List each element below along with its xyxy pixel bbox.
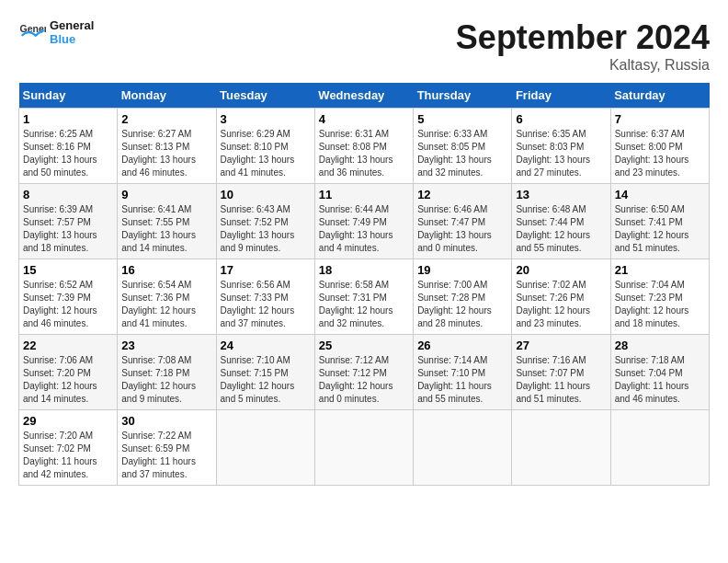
day-number: 3 bbox=[221, 112, 311, 126]
logo: General General Blue bbox=[18, 18, 94, 46]
day-number: 11 bbox=[319, 188, 409, 201]
day-info: Sunrise: 6:43 AMSunset: 7:52 PMDaylight:… bbox=[221, 204, 295, 253]
column-header-sunday: Sunday bbox=[19, 83, 118, 109]
calendar-cell: 24 Sunrise: 7:10 AMSunset: 7:15 PMDaylig… bbox=[216, 335, 314, 410]
calendar-cell bbox=[512, 410, 610, 486]
day-info: Sunrise: 6:44 AMSunset: 7:49 PMDaylight:… bbox=[319, 204, 393, 253]
day-number: 7 bbox=[615, 112, 705, 126]
column-header-monday: Monday bbox=[118, 83, 216, 109]
title-area: September 2024 Kaltasy, Russia bbox=[456, 18, 710, 74]
calendar-week-row: 1 Sunrise: 6:25 AMSunset: 8:16 PMDayligh… bbox=[19, 109, 710, 184]
calendar-cell: 8 Sunrise: 6:39 AMSunset: 7:57 PMDayligh… bbox=[19, 184, 118, 259]
day-number: 25 bbox=[319, 339, 409, 352]
calendar-cell: 2 Sunrise: 6:27 AMSunset: 8:13 PMDayligh… bbox=[118, 109, 216, 184]
day-info: Sunrise: 6:31 AMSunset: 8:08 PMDaylight:… bbox=[319, 129, 393, 178]
day-number: 12 bbox=[417, 188, 507, 201]
day-number: 27 bbox=[516, 339, 606, 352]
day-number: 17 bbox=[221, 263, 311, 277]
day-number: 28 bbox=[615, 339, 705, 352]
day-number: 22 bbox=[23, 339, 113, 352]
calendar-cell: 15 Sunrise: 6:52 AMSunset: 7:39 PMDaylig… bbox=[19, 259, 118, 335]
day-info: Sunrise: 7:14 AMSunset: 7:10 PMDaylight:… bbox=[417, 355, 492, 404]
day-info: Sunrise: 6:52 AMSunset: 7:39 PMDaylight:… bbox=[23, 280, 97, 328]
calendar-cell bbox=[216, 410, 314, 486]
calendar-cell: 27 Sunrise: 7:16 AMSunset: 7:07 PMDaylig… bbox=[512, 335, 610, 410]
day-info: Sunrise: 6:50 AMSunset: 7:41 PMDaylight:… bbox=[615, 204, 689, 253]
calendar-cell bbox=[314, 410, 413, 486]
day-info: Sunrise: 6:35 AMSunset: 8:03 PMDaylight:… bbox=[516, 129, 590, 178]
calendar-cell: 10 Sunrise: 6:43 AMSunset: 7:52 PMDaylig… bbox=[216, 184, 314, 259]
column-header-saturday: Saturday bbox=[610, 83, 709, 109]
day-number: 14 bbox=[615, 188, 705, 201]
calendar-cell: 12 Sunrise: 6:46 AMSunset: 7:47 PMDaylig… bbox=[414, 184, 512, 259]
day-number: 15 bbox=[23, 263, 113, 277]
day-number: 2 bbox=[121, 112, 211, 126]
day-info: Sunrise: 6:48 AMSunset: 7:44 PMDaylight:… bbox=[516, 204, 590, 253]
day-info: Sunrise: 7:08 AMSunset: 7:18 PMDaylight:… bbox=[121, 355, 196, 404]
calendar-cell: 29 Sunrise: 7:20 AMSunset: 7:02 PMDaylig… bbox=[19, 410, 118, 486]
day-number: 1 bbox=[23, 112, 113, 126]
logo-icon: General bbox=[18, 18, 46, 46]
day-number: 29 bbox=[23, 414, 113, 428]
calendar-cell: 18 Sunrise: 6:58 AMSunset: 7:31 PMDaylig… bbox=[314, 259, 413, 335]
calendar-table: SundayMondayTuesdayWednesdayThursdayFrid… bbox=[18, 83, 710, 486]
calendar-cell: 16 Sunrise: 6:54 AMSunset: 7:36 PMDaylig… bbox=[118, 259, 216, 335]
calendar-week-row: 22 Sunrise: 7:06 AMSunset: 7:20 PMDaylig… bbox=[19, 335, 710, 410]
day-number: 23 bbox=[121, 339, 211, 352]
day-number: 9 bbox=[121, 188, 211, 201]
calendar-cell: 4 Sunrise: 6:31 AMSunset: 8:08 PMDayligh… bbox=[314, 109, 413, 184]
day-number: 19 bbox=[417, 263, 507, 277]
day-info: Sunrise: 7:12 AMSunset: 7:12 PMDaylight:… bbox=[319, 355, 393, 404]
calendar-cell: 23 Sunrise: 7:08 AMSunset: 7:18 PMDaylig… bbox=[118, 335, 216, 410]
day-info: Sunrise: 7:02 AMSunset: 7:26 PMDaylight:… bbox=[516, 280, 590, 328]
day-info: Sunrise: 7:10 AMSunset: 7:15 PMDaylight:… bbox=[221, 355, 295, 404]
day-info: Sunrise: 6:29 AMSunset: 8:10 PMDaylight:… bbox=[221, 129, 295, 178]
day-number: 20 bbox=[516, 263, 606, 277]
day-number: 18 bbox=[319, 263, 409, 277]
day-info: Sunrise: 7:06 AMSunset: 7:20 PMDaylight:… bbox=[23, 355, 97, 404]
day-info: Sunrise: 7:18 AMSunset: 7:04 PMDaylight:… bbox=[615, 355, 689, 404]
calendar-cell: 26 Sunrise: 7:14 AMSunset: 7:10 PMDaylig… bbox=[414, 335, 512, 410]
day-number: 16 bbox=[121, 263, 211, 277]
day-number: 21 bbox=[615, 263, 705, 277]
day-number: 4 bbox=[319, 112, 409, 126]
day-number: 10 bbox=[221, 188, 311, 201]
calendar-cell: 20 Sunrise: 7:02 AMSunset: 7:26 PMDaylig… bbox=[512, 259, 610, 335]
day-number: 6 bbox=[516, 112, 606, 126]
calendar-cell: 28 Sunrise: 7:18 AMSunset: 7:04 PMDaylig… bbox=[610, 335, 709, 410]
day-info: Sunrise: 6:54 AMSunset: 7:36 PMDaylight:… bbox=[121, 280, 196, 328]
day-info: Sunrise: 7:04 AMSunset: 7:23 PMDaylight:… bbox=[615, 280, 689, 328]
day-info: Sunrise: 6:58 AMSunset: 7:31 PMDaylight:… bbox=[319, 280, 393, 328]
day-number: 30 bbox=[121, 414, 211, 428]
day-number: 5 bbox=[417, 112, 507, 126]
calendar-cell: 19 Sunrise: 7:00 AMSunset: 7:28 PMDaylig… bbox=[414, 259, 512, 335]
day-info: Sunrise: 7:00 AMSunset: 7:28 PMDaylight:… bbox=[417, 280, 492, 328]
day-info: Sunrise: 6:37 AMSunset: 8:00 PMDaylight:… bbox=[615, 129, 689, 178]
day-info: Sunrise: 7:22 AMSunset: 6:59 PMDaylight:… bbox=[121, 431, 196, 479]
calendar-body: 1 Sunrise: 6:25 AMSunset: 8:16 PMDayligh… bbox=[19, 109, 710, 486]
day-info: Sunrise: 6:27 AMSunset: 8:13 PMDaylight:… bbox=[121, 129, 196, 178]
calendar-week-row: 29 Sunrise: 7:20 AMSunset: 7:02 PMDaylig… bbox=[19, 410, 710, 486]
calendar-cell bbox=[414, 410, 512, 486]
day-number: 13 bbox=[516, 188, 606, 201]
calendar-cell: 11 Sunrise: 6:44 AMSunset: 7:49 PMDaylig… bbox=[314, 184, 413, 259]
calendar-header-row: SundayMondayTuesdayWednesdayThursdayFrid… bbox=[19, 83, 710, 109]
day-info: Sunrise: 6:33 AMSunset: 8:05 PMDaylight:… bbox=[417, 129, 492, 178]
day-info: Sunrise: 6:39 AMSunset: 7:57 PMDaylight:… bbox=[23, 204, 97, 253]
calendar-cell: 22 Sunrise: 7:06 AMSunset: 7:20 PMDaylig… bbox=[19, 335, 118, 410]
day-info: Sunrise: 6:46 AMSunset: 7:47 PMDaylight:… bbox=[417, 204, 492, 253]
calendar-cell: 5 Sunrise: 6:33 AMSunset: 8:05 PMDayligh… bbox=[414, 109, 512, 184]
calendar-cell: 9 Sunrise: 6:41 AMSunset: 7:55 PMDayligh… bbox=[118, 184, 216, 259]
calendar-cell: 13 Sunrise: 6:48 AMSunset: 7:44 PMDaylig… bbox=[512, 184, 610, 259]
calendar-cell: 1 Sunrise: 6:25 AMSunset: 8:16 PMDayligh… bbox=[19, 109, 118, 184]
calendar-cell: 6 Sunrise: 6:35 AMSunset: 8:03 PMDayligh… bbox=[512, 109, 610, 184]
day-info: Sunrise: 7:16 AMSunset: 7:07 PMDaylight:… bbox=[516, 355, 590, 404]
logo-general: General bbox=[50, 18, 94, 32]
day-number: 8 bbox=[23, 188, 113, 201]
calendar-cell: 30 Sunrise: 7:22 AMSunset: 6:59 PMDaylig… bbox=[118, 410, 216, 486]
day-info: Sunrise: 6:41 AMSunset: 7:55 PMDaylight:… bbox=[121, 204, 196, 253]
calendar-week-row: 15 Sunrise: 6:52 AMSunset: 7:39 PMDaylig… bbox=[19, 259, 710, 335]
location: Kaltasy, Russia bbox=[456, 57, 710, 74]
header: General General Blue September 2024 Kalt… bbox=[18, 18, 710, 74]
day-number: 24 bbox=[221, 339, 311, 352]
